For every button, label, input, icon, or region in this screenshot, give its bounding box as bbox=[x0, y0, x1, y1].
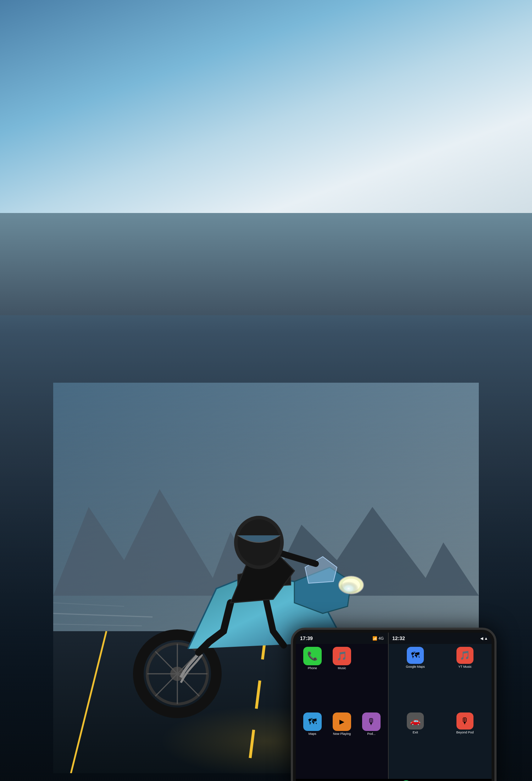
phone-label: Phone bbox=[308, 666, 317, 670]
moto-section: 17:39 📶 4G 📞 Phone bbox=[0, 315, 532, 781]
screen-time-left: 17:39 bbox=[300, 635, 313, 641]
screen-inner: 17:39 📶 4G 📞 Phone bbox=[296, 633, 492, 779]
now-playing-icon: ▶ bbox=[333, 712, 351, 731]
screen-left-header: 17:39 📶 4G bbox=[296, 633, 388, 644]
app-exit[interactable]: 🚗 Exit bbox=[392, 712, 439, 776]
yt-music-icon: 🎵 bbox=[456, 647, 473, 664]
svg-point-61 bbox=[339, 576, 364, 594]
google-maps-label: Google Maps bbox=[406, 665, 425, 668]
podcasts-icon: 🎙 bbox=[362, 712, 381, 731]
screen-right-header: 12:32 ◀ ▲ bbox=[389, 633, 492, 644]
screen-time-right: 12:32 bbox=[392, 635, 405, 641]
screen-right-status: ◀ ▲ bbox=[480, 636, 488, 641]
phone-icon: 📞 bbox=[303, 647, 322, 665]
app-now-playing[interactable]: ▶ Now Playing bbox=[328, 712, 355, 776]
screen-app-grid-right: 🗺 Google Maps 🎵 YT Music bbox=[389, 644, 492, 779]
page-wrapper: MOTORCYCLE WIRELESS CARPLAY/AA SCREEN Wi… bbox=[0, 0, 532, 781]
podcasts-label: Pod... bbox=[367, 732, 376, 736]
app-yt-music[interactable]: 🎵 YT Music bbox=[441, 647, 489, 710]
screen-bottom-bar: ⊞ ‹ ⌂ 🎧 ⏮ ⏸ bbox=[296, 779, 492, 781]
screen-status: 📶 4G bbox=[372, 636, 384, 641]
app-podcasts[interactable]: 🎙 Pod... bbox=[358, 712, 385, 776]
app-phone[interactable]: 📞 Phone bbox=[299, 647, 326, 710]
app-beyond-pod[interactable]: 🎙 Beyond Pod bbox=[441, 712, 489, 776]
beyond-pod-label: Beyond Pod bbox=[456, 731, 473, 734]
now-playing-label: Now Playing bbox=[333, 732, 351, 736]
maps-label: Maps bbox=[309, 732, 316, 736]
device-screen: 17:39 📶 4G 📞 Phone bbox=[296, 633, 492, 781]
screen-right: 12:32 ◀ ▲ 🗺 Google Maps bbox=[389, 633, 492, 779]
exit-icon: 🚗 bbox=[407, 712, 424, 730]
google-maps-icon: 🗺 bbox=[407, 647, 424, 664]
device-outer: 17:39 📶 4G 📞 Phone bbox=[291, 628, 497, 781]
music-label: Music bbox=[338, 666, 346, 670]
app-google-maps[interactable]: 🗺 Google Maps bbox=[392, 647, 439, 710]
beyond-pod-icon: 🎙 bbox=[456, 712, 473, 730]
music-icon: 🎵 bbox=[333, 647, 351, 665]
screen-left: 17:39 📶 4G 📞 Phone bbox=[296, 633, 388, 779]
device-section: 17:39 📶 4G 📞 Phone bbox=[291, 628, 497, 781]
app-blank bbox=[358, 647, 385, 710]
app-music[interactable]: 🎵 Music bbox=[328, 647, 355, 710]
bg-top bbox=[0, 0, 532, 248]
yt-music-label: YT Music bbox=[458, 665, 471, 668]
screen-app-grid-left: 📞 Phone 🎵 Music bbox=[296, 644, 388, 779]
app-maps[interactable]: 🗺 Maps bbox=[299, 712, 326, 776]
exit-label: Exit bbox=[412, 731, 418, 734]
maps-icon: 🗺 bbox=[303, 712, 322, 731]
